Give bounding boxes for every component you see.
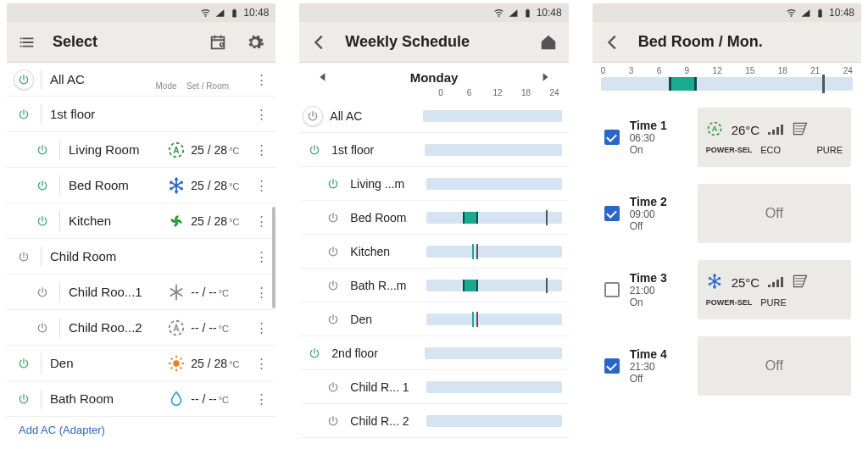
timeline-main[interactable] <box>601 77 853 91</box>
timeline[interactable] <box>423 110 561 122</box>
temp-readout: -- / --°C <box>191 285 252 299</box>
more-icon[interactable]: ⋮ <box>252 285 270 300</box>
status-bar: 10:48 <box>7 3 275 22</box>
sched-row-child1[interactable]: Child R... 1 <box>299 370 568 404</box>
sun-icon <box>167 354 186 373</box>
more-icon[interactable]: ⋮ <box>252 142 270 158</box>
timeline[interactable] <box>425 347 561 359</box>
power-button[interactable] <box>14 69 34 90</box>
power-button[interactable] <box>323 241 343 262</box>
power-button[interactable] <box>323 174 343 194</box>
home-icon[interactable] <box>537 30 560 54</box>
page-title: Bed Room / Mon. <box>638 33 853 51</box>
power-button[interactable] <box>323 377 343 397</box>
row-child-room[interactable]: Child Room ⋮ <box>7 239 275 274</box>
scrollbar[interactable] <box>272 207 275 308</box>
auto-mode-icon <box>167 319 186 337</box>
settings-panel-off[interactable]: Off <box>698 336 851 396</box>
sched-row-child2[interactable]: Child R... 2 <box>299 404 568 438</box>
sched-row-all-ac[interactable]: All AC <box>299 99 568 133</box>
powersel-label: POWER-SEL <box>706 298 753 307</box>
time-card-1[interactable]: Time 1 06:30 On 26°C POWER-SEL ECO PURE <box>603 108 851 167</box>
checkbox[interactable] <box>603 260 621 319</box>
timeline[interactable] <box>426 178 561 190</box>
back-icon[interactable] <box>308 30 331 54</box>
auto-mode-icon <box>167 141 186 159</box>
cell-icon <box>508 8 519 19</box>
timeline[interactable] <box>425 144 561 156</box>
off-label: Off <box>765 358 783 374</box>
calendar-icon[interactable] <box>206 30 230 54</box>
power-button[interactable] <box>32 140 53 160</box>
time-name: Time 2 <box>630 195 689 208</box>
time-clock: 09:00 <box>630 208 689 220</box>
checkbox[interactable] <box>603 108 621 167</box>
timeline[interactable] <box>426 280 561 291</box>
checkbox[interactable] <box>603 336 621 396</box>
power-button[interactable] <box>14 104 34 125</box>
menu-list-icon[interactable] <box>15 30 39 54</box>
sched-row-den[interactable]: Den <box>299 302 568 336</box>
power-button[interactable] <box>14 389 34 409</box>
power-button[interactable] <box>32 211 53 231</box>
louver-icon <box>792 120 809 140</box>
timeline[interactable] <box>426 212 561 224</box>
sched-row-bed[interactable]: Bed Room <box>299 201 568 235</box>
power-button[interactable] <box>323 309 343 330</box>
row-living-room[interactable]: Living Room 25 / 28°C ⋮ <box>7 132 275 168</box>
settings-panel-off[interactable]: Off <box>698 184 851 243</box>
more-icon[interactable]: ⋮ <box>252 391 270 407</box>
power-button[interactable] <box>32 318 53 338</box>
more-icon[interactable]: ⋮ <box>252 178 270 193</box>
snowflake-icon <box>167 283 186 302</box>
more-icon[interactable]: ⋮ <box>252 249 270 264</box>
row-child-room-2[interactable]: Child Roo...2 -- / --°C ⋮ <box>7 310 275 346</box>
more-icon[interactable]: ⋮ <box>252 356 270 371</box>
power-button[interactable] <box>304 343 325 363</box>
row-child-room-1[interactable]: Child Roo...1 -- / --°C ⋮ <box>7 274 275 310</box>
more-icon[interactable]: ⋮ <box>252 72 270 87</box>
back-icon[interactable] <box>601 30 625 54</box>
settings-panel[interactable]: 26°C POWER-SEL ECO PURE <box>698 108 851 167</box>
settings-panel[interactable]: 25°C POWER-SEL PURE <box>698 260 851 319</box>
row-bed-room[interactable]: Bed Room 25 / 28°C ⋮ <box>7 168 275 203</box>
sched-row-bath[interactable]: Bath R...m <box>299 269 568 302</box>
row-bath-room[interactable]: Bath Room -- / --°C ⋮ <box>7 381 275 417</box>
power-button[interactable] <box>303 106 323 126</box>
sched-row-kitchen[interactable]: Kitchen <box>299 235 568 269</box>
sched-row-living[interactable]: Living ...m <box>299 167 568 201</box>
next-day-icon[interactable] <box>533 65 557 89</box>
row-1st-floor[interactable]: 1st floor ⋮ <box>7 97 275 132</box>
row-den[interactable]: Den 25 / 28°C ⋮ <box>7 346 275 381</box>
gear-icon[interactable] <box>243 30 267 54</box>
prev-day-icon[interactable] <box>311 65 335 89</box>
more-icon[interactable]: ⋮ <box>252 107 270 122</box>
sched-row-1st-floor[interactable]: 1st floor <box>299 133 568 167</box>
timeline[interactable] <box>426 415 561 427</box>
power-button[interactable] <box>323 208 343 228</box>
time-state: Off <box>630 373 689 385</box>
more-icon[interactable]: ⋮ <box>252 320 270 335</box>
power-button[interactable] <box>323 411 343 431</box>
power-button[interactable] <box>32 282 53 302</box>
add-ac-link[interactable]: Add AC (Adapter) <box>7 417 275 443</box>
row-kitchen[interactable]: Kitchen 25 / 28°C ⋮ <box>7 203 275 239</box>
checkbox[interactable] <box>603 184 621 243</box>
power-button[interactable] <box>14 247 34 267</box>
power-button[interactable] <box>14 353 34 374</box>
time-card-2[interactable]: Time 2 09:00 Off Off <box>603 184 851 243</box>
more-icon[interactable]: ⋮ <box>252 213 270 229</box>
power-button[interactable] <box>304 140 325 160</box>
row-label: Child Roo...1 <box>69 285 162 299</box>
sched-row-2nd-floor[interactable]: 2nd floor <box>299 336 568 370</box>
timeline[interactable] <box>426 246 561 258</box>
time-card-3[interactable]: Time 3 21:00 On 25°C POWER-SEL PURE <box>603 260 851 319</box>
row-all-ac[interactable]: All AC ⋮ <box>7 63 275 97</box>
timeline[interactable] <box>426 381 561 393</box>
power-button[interactable] <box>323 275 343 296</box>
timeline[interactable] <box>426 313 561 325</box>
time-card-4[interactable]: Time 4 21:30 Off Off <box>603 336 851 396</box>
select-list[interactable]: Mode Set / Room All AC ⋮ 1st floor ⋮ Liv… <box>7 63 275 444</box>
weekly-content: Monday 0 6 12 18 24 All AC 1st floor Liv… <box>299 63 568 444</box>
power-button[interactable] <box>32 175 53 196</box>
